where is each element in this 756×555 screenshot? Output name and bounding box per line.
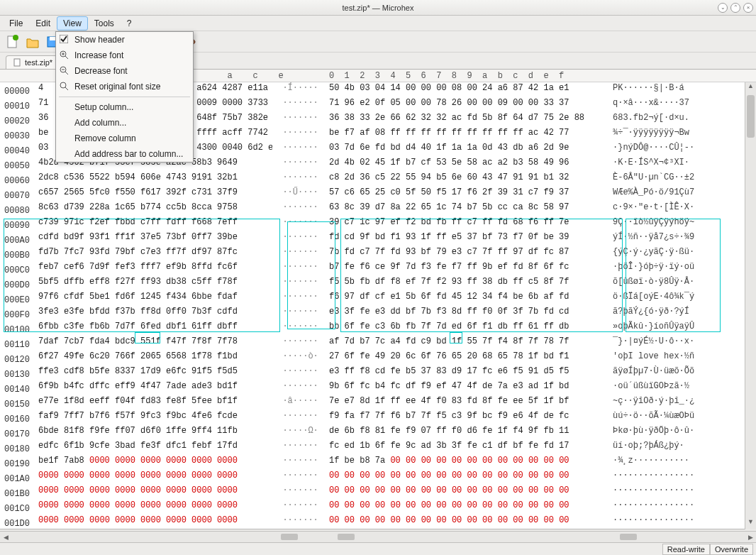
- horizontal-scrollbar[interactable]: ◀ ▶: [0, 531, 756, 542]
- menu-reset-font[interactable]: Reset original font size: [56, 79, 193, 94]
- zoom-out-icon: [60, 66, 70, 76]
- scroll-right-button[interactable]: ▶: [745, 534, 756, 541]
- menu-tools[interactable]: Tools: [88, 16, 121, 31]
- window-title: test.zip* — Microhex: [343, 4, 414, 12]
- status-bar: Read-write Overwrite: [0, 542, 756, 555]
- menu-file[interactable]: File: [3, 16, 29, 31]
- menu-decrease-font[interactable]: Decrease font: [56, 63, 193, 79]
- title-bar: test.zip* — Microhex ⌄ ⌃ ×: [0, 0, 756, 16]
- menu-bar: File Edit View Tools ?: [0, 16, 756, 31]
- menu-edit[interactable]: Edit: [29, 16, 57, 31]
- menu-view[interactable]: View: [57, 16, 88, 31]
- scroll-track-h[interactable]: [11, 532, 745, 542]
- splitter-handle-3[interactable]: [620, 534, 637, 540]
- menu-add-address-bar[interactable]: Add address bar to column...: [56, 146, 193, 162]
- svg-point-22: [60, 82, 66, 88]
- file-icon: [13, 58, 22, 67]
- status-mode-overwrite[interactable]: Overwrite: [710, 544, 753, 555]
- menu-show-header[interactable]: Show header: [56, 32, 193, 48]
- vertical-scrollbar[interactable]: ▲ ▼: [745, 82, 756, 529]
- splitter-handle-2[interactable]: [338, 534, 355, 540]
- scroll-down-button[interactable]: ▼: [745, 518, 756, 529]
- menu-separator: [59, 97, 190, 97]
- svg-point-1: [13, 35, 18, 40]
- scroll-thumb-v[interactable]: [747, 95, 755, 138]
- zoom-reset-icon: [60, 82, 70, 92]
- svg-line-16: [65, 56, 68, 59]
- menu-add-column[interactable]: Add column...: [56, 115, 193, 131]
- new-file-button[interactable]: [4, 33, 21, 50]
- view-menu-dropdown: Show header Increase font Decrease font …: [55, 31, 194, 163]
- zoom-in-icon: [60, 50, 70, 60]
- menu-help[interactable]: ?: [121, 16, 138, 31]
- svg-rect-3: [50, 37, 55, 40]
- menu-setup-column[interactable]: Setup column...: [56, 99, 193, 115]
- svg-line-23: [65, 87, 68, 90]
- scroll-left-button[interactable]: ◀: [0, 534, 11, 541]
- svg-line-20: [65, 72, 68, 75]
- svg-rect-13: [14, 59, 20, 66]
- menu-remove-column[interactable]: Remove column: [56, 131, 193, 146]
- tab-label: test.zip*: [25, 58, 52, 67]
- scroll-up-button[interactable]: ▲: [745, 82, 756, 94]
- close-button[interactable]: ×: [743, 3, 753, 13]
- maximize-button[interactable]: ⌃: [730, 3, 740, 13]
- splitter-handle-1[interactable]: [281, 534, 298, 540]
- checkbox-checked-icon: [60, 35, 70, 45]
- minimize-button[interactable]: ⌄: [718, 3, 728, 13]
- menu-increase-font[interactable]: Increase font: [56, 48, 193, 63]
- file-tab[interactable]: test.zip*: [6, 55, 60, 69]
- open-file-button[interactable]: [24, 33, 41, 50]
- status-mode-rw[interactable]: Read-write: [662, 544, 710, 555]
